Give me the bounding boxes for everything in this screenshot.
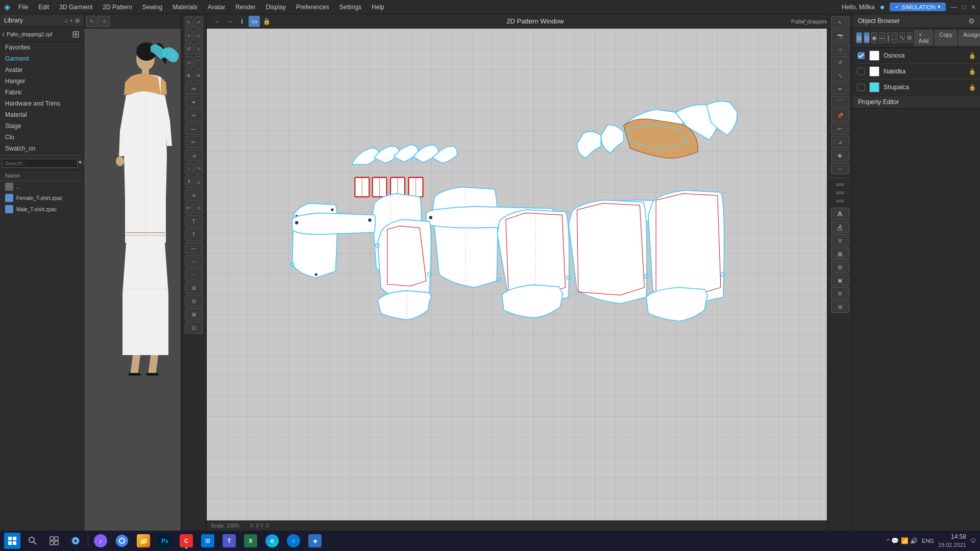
- rtool-rotate[interactable]: ↺: [831, 56, 849, 68]
- rtool-settings[interactable]: ⚙: [831, 287, 849, 299]
- taskbar-browser2[interactable]: ○: [284, 532, 303, 550]
- pt-nav-left[interactable]: ←: [212, 16, 223, 27]
- layer-item-nakidka[interactable]: Nakidka 🔒: [853, 64, 980, 80]
- lib-item-swatch[interactable]: Swatch_on: [0, 143, 84, 154]
- menu-preferences[interactable]: Preferences: [292, 2, 333, 12]
- tool-fold[interactable]: ⊿: [185, 149, 203, 161]
- tool-mirror[interactable]: ⊣: [194, 162, 203, 174]
- tool-mirror2[interactable]: ⊟: [185, 295, 203, 307]
- lib-item-garment[interactable]: Garment: [0, 53, 84, 64]
- lib-search-dropdown-icon[interactable]: ▾: [79, 159, 82, 168]
- taskbar-msstore[interactable]: ⊞: [199, 532, 217, 550]
- lib-back-icon[interactable]: ‹: [2, 30, 5, 39]
- tool-text[interactable]: T: [185, 215, 203, 228]
- close-icon[interactable]: ✕: [971, 4, 976, 11]
- taskbar-start-button[interactable]: [4, 533, 20, 549]
- rtool-pen[interactable]: ✏: [831, 83, 849, 95]
- rtool-hide[interactable]: ○: [831, 162, 849, 174]
- taskbar-widgets[interactable]: [66, 532, 85, 550]
- tool-arrange[interactable]: ⊞: [185, 282, 203, 294]
- pt-info[interactable]: ℹ: [236, 16, 248, 27]
- tool-line[interactable]: —: [185, 242, 203, 254]
- taskbar-clo3d[interactable]: C: [177, 532, 195, 550]
- rtool-arrange[interactable]: ⊞: [831, 300, 849, 313]
- pt-view-active[interactable]: ▭: [249, 16, 260, 27]
- layer-item-shupalca[interactable]: Shupalca 🔒: [853, 80, 980, 95]
- tool-arrange2[interactable]: ⊠: [185, 308, 203, 320]
- tool-notch[interactable]: ⊼: [185, 176, 193, 188]
- taskbar-explorer[interactable]: 📁: [134, 532, 153, 550]
- lib-expand-icon[interactable]: ⊞: [72, 29, 80, 40]
- rtool-camera[interactable]: 📷: [831, 30, 849, 42]
- tool-select-point[interactable]: +: [185, 30, 193, 42]
- lib-file-dotdot[interactable]: ..: [0, 181, 84, 192]
- tool-select-move[interactable]: ↖: [185, 16, 193, 29]
- lib-file-female[interactable]: Female_T-shirt.zpac: [0, 192, 84, 204]
- rtool-brush[interactable]: ⊘: [831, 234, 849, 246]
- rtool-move[interactable]: ⊹: [831, 43, 849, 55]
- rtool-scale[interactable]: ⤡: [831, 69, 849, 82]
- lib-item-favorites[interactable]: Favorites: [0, 42, 84, 53]
- tool-delete-point[interactable]: ⊖: [194, 69, 203, 82]
- ob-more-icon[interactable]: …: [891, 32, 898, 43]
- lib-file-male[interactable]: Male_T-shirt.zpac: [0, 204, 84, 215]
- lib-list-view-icon[interactable]: ≡: [83, 159, 84, 168]
- taskbar-notifications-icon[interactable]: 🗨: [970, 538, 976, 544]
- lib-item-hanger[interactable]: Hanger: [0, 76, 84, 87]
- tool-edit-curve[interactable]: ⌒: [194, 56, 203, 68]
- minimize-icon[interactable]: —: [951, 4, 957, 11]
- ob-settings-icon[interactable]: ⚙: [968, 17, 975, 25]
- tool-seam[interactable]: —: [185, 122, 203, 135]
- rtool-grid3[interactable]: ▣: [831, 274, 849, 286]
- taskbar-search[interactable]: [23, 532, 42, 550]
- menu-display[interactable]: Display: [262, 2, 290, 12]
- lib-item-fabric[interactable]: Fabric: [0, 87, 84, 98]
- menu-settings[interactable]: Settings: [335, 2, 365, 12]
- tool-pen[interactable]: ✒: [185, 96, 203, 108]
- rtool-fold[interactable]: ⊿: [831, 136, 849, 148]
- menu-avatar[interactable]: Avatar: [204, 2, 229, 12]
- menu-file[interactable]: File: [14, 2, 32, 12]
- tool-add-point[interactable]: ⊕: [185, 69, 193, 82]
- menu-3d-garment[interactable]: 3D Garment: [55, 2, 96, 12]
- tool-scale[interactable]: ⤡: [194, 43, 203, 55]
- tool-measure[interactable]: ⊢: [185, 136, 203, 148]
- pattern-canvas[interactable]: [207, 29, 827, 520]
- rtool-line[interactable]: ⌒: [831, 96, 849, 108]
- taskbar-winamp[interactable]: ♪: [91, 532, 110, 550]
- rtool-grid2[interactable]: ▤: [831, 261, 849, 273]
- tool-rotate[interactable]: ↺: [185, 43, 193, 55]
- lib-item-material[interactable]: Material: [0, 109, 84, 120]
- ob-2d-view-icon[interactable]: ▧: [864, 32, 870, 43]
- tool-text2[interactable]: T: [185, 229, 203, 241]
- tool-transform[interactable]: ↗: [194, 16, 203, 29]
- ob-3d-view-icon[interactable]: ▦: [856, 32, 862, 43]
- ob-fabric-icon[interactable]: ◉: [871, 32, 877, 43]
- ob-add-button[interactable]: + Add: [914, 30, 934, 45]
- lib-add-icon[interactable]: +: [70, 17, 73, 24]
- layer-lock-nakidka[interactable]: 🔒: [969, 68, 976, 75]
- rtool-pin[interactable]: 📌: [831, 109, 849, 121]
- rtool-select[interactable]: ↖: [831, 16, 849, 29]
- menu-sewing[interactable]: Sewing: [138, 2, 166, 12]
- tool-grainline[interactable]: ↕: [185, 162, 193, 174]
- lib-item-avatar[interactable]: Avatar: [0, 64, 84, 76]
- menu-materials[interactable]: Materials: [168, 2, 202, 12]
- lib-grid-icon[interactable]: ⊞: [75, 17, 80, 24]
- ob-copy-button[interactable]: Copy: [935, 30, 957, 45]
- tool-size[interactable]: ⊡: [185, 321, 203, 334]
- view3d-move-btn[interactable]: ⊹: [99, 16, 110, 27]
- tool-internal-line[interactable]: ⋯: [185, 268, 203, 281]
- rtool-measure[interactable]: ⊢: [831, 122, 849, 135]
- ob-seam-icon[interactable]: —: [879, 32, 886, 43]
- menu-2d-pattern[interactable]: 2D Pattern: [99, 2, 136, 12]
- tool-sewing[interactable]: ⌀: [185, 189, 203, 201]
- taskbar-edge[interactable]: e: [263, 532, 281, 550]
- lib-item-hardware[interactable]: Hardware and Trims: [0, 98, 84, 109]
- tool-draw[interactable]: ✏: [185, 83, 203, 95]
- pt-nav-right[interactable]: →: [224, 16, 235, 27]
- ob-fit-icon[interactable]: ⤡: [899, 32, 905, 43]
- ob-assign-button[interactable]: Assign: [959, 30, 980, 45]
- rtool-text1[interactable]: A: [831, 208, 849, 220]
- taskbar-teams[interactable]: T: [220, 532, 238, 550]
